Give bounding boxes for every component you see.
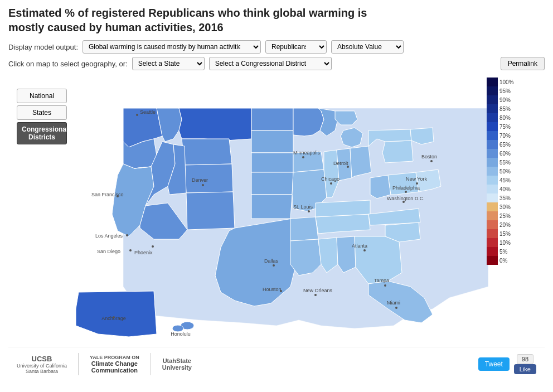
legend-color-box bbox=[487, 220, 498, 229]
legend-item: 50% bbox=[487, 167, 519, 176]
svg-text:Philadelphia: Philadelphia bbox=[392, 185, 420, 191]
legend-label: 80% bbox=[499, 115, 519, 121]
svg-text:Minneapolis: Minneapolis bbox=[293, 150, 321, 156]
geo-label: Click on map to select geography, or: bbox=[8, 60, 128, 68]
legend-label: 45% bbox=[499, 177, 519, 183]
legend-item: 30% bbox=[487, 202, 519, 211]
legend-item: 100% bbox=[487, 78, 519, 86]
legend-color-box bbox=[487, 185, 498, 193]
svg-text:Dallas: Dallas bbox=[264, 258, 279, 264]
legend-label: 85% bbox=[499, 106, 519, 112]
legend-color-box bbox=[487, 86, 498, 95]
party-select[interactable]: RepublicansDemocratsAll Adults bbox=[265, 40, 327, 54]
legend-label: 100% bbox=[499, 79, 519, 85]
congressional-button[interactable]: Congressional Districts bbox=[17, 122, 67, 144]
states-button[interactable]: States bbox=[17, 105, 67, 120]
svg-text:Denver: Denver bbox=[192, 177, 208, 183]
legend-label: 65% bbox=[499, 142, 519, 148]
legend-color-box bbox=[487, 113, 498, 122]
legend-item: 15% bbox=[487, 229, 519, 238]
legend-color-box bbox=[487, 202, 498, 211]
svg-text:Seattle: Seattle bbox=[140, 109, 156, 115]
svg-text:Washington D.C.: Washington D.C. bbox=[387, 196, 425, 201]
svg-point-25 bbox=[273, 264, 275, 267]
legend-color-box bbox=[487, 193, 498, 202]
svg-point-9 bbox=[126, 234, 128, 236]
legend-label: 10% bbox=[499, 240, 519, 246]
legend-color-box bbox=[487, 158, 498, 167]
national-button[interactable]: National bbox=[17, 89, 67, 103]
legend-label: 15% bbox=[499, 231, 519, 237]
legend-label: 20% bbox=[499, 222, 519, 228]
svg-text:Miami: Miami bbox=[387, 300, 400, 306]
svg-point-15 bbox=[202, 184, 204, 186]
model-select[interactable]: Global warming is caused mostly by human… bbox=[83, 40, 261, 54]
legend-item: 90% bbox=[487, 95, 519, 104]
like-button[interactable]: Like bbox=[514, 364, 536, 374]
svg-text:Chicago: Chicago bbox=[321, 176, 339, 182]
legend-color-box bbox=[487, 104, 498, 113]
svg-point-1 bbox=[113, 316, 115, 318]
legend-item: 20% bbox=[487, 220, 519, 229]
legend-label: 35% bbox=[499, 195, 519, 201]
legend-label: 5% bbox=[499, 249, 519, 255]
svg-text:New Orleans: New Orleans bbox=[303, 288, 333, 293]
svg-text:San Diego: San Diego bbox=[97, 249, 120, 254]
permalink-button[interactable]: Permalink bbox=[501, 57, 545, 70]
like-count: 98 bbox=[517, 354, 533, 364]
legend-item: 75% bbox=[487, 122, 519, 131]
legend-label: 75% bbox=[499, 124, 519, 130]
legend-item: 45% bbox=[487, 176, 519, 185]
value-select[interactable]: Absolute ValuePercentileDifference from … bbox=[331, 40, 404, 54]
legend-color-box bbox=[487, 256, 498, 265]
color-legend: 100%95%90%85%80%75%70%65%60%55%50%45%40%… bbox=[487, 78, 519, 265]
svg-text:Boston: Boston bbox=[421, 154, 437, 159]
legend-item: 10% bbox=[487, 238, 519, 247]
legend-color-box bbox=[487, 211, 498, 220]
svg-text:Atlanta: Atlanta bbox=[352, 243, 367, 249]
legend-label: 0% bbox=[499, 258, 519, 264]
sidebar: National States Congressional Districts bbox=[17, 89, 67, 144]
legend-label: 30% bbox=[499, 204, 519, 210]
svg-text:Detroit: Detroit bbox=[333, 161, 348, 166]
legend-color-box bbox=[487, 78, 498, 86]
svg-point-35 bbox=[395, 307, 397, 309]
legend-item: 5% bbox=[487, 247, 519, 256]
legend-color-box bbox=[487, 149, 498, 158]
state-select[interactable]: Select a State bbox=[132, 57, 205, 70]
legend-item: 55% bbox=[487, 158, 519, 167]
svg-text:Los Angeles: Los Angeles bbox=[95, 233, 123, 239]
svg-point-5 bbox=[136, 114, 138, 116]
legend-label: 55% bbox=[499, 159, 519, 166]
svg-point-13 bbox=[152, 245, 154, 248]
svg-point-11 bbox=[129, 249, 132, 251]
svg-text:Houston: Houston bbox=[263, 287, 282, 292]
legend-color-box bbox=[487, 167, 498, 176]
ucsb-logo: UCSB University of CaliforniaSanta Barba… bbox=[17, 355, 67, 374]
legend-color-box bbox=[487, 131, 498, 140]
svg-point-29 bbox=[314, 294, 317, 296]
svg-text:St. Louis: St. Louis bbox=[293, 204, 313, 210]
legend-item: 60% bbox=[487, 149, 519, 158]
legend-item: 40% bbox=[487, 185, 519, 193]
svg-point-39 bbox=[405, 191, 407, 193]
svg-text:Honolulu: Honolulu bbox=[171, 331, 191, 337]
svg-text:Phoenix: Phoenix bbox=[134, 250, 153, 255]
legend-color-box bbox=[487, 247, 498, 256]
legend-item: 65% bbox=[487, 140, 519, 149]
legend-label: 90% bbox=[499, 97, 519, 103]
tweet-button[interactable]: Tweet bbox=[478, 357, 510, 371]
legend-label: 95% bbox=[499, 88, 519, 94]
us-map[interactable]: Anchorage Honolulu Seattle San Francisco… bbox=[31, 75, 516, 342]
svg-point-19 bbox=[330, 182, 332, 185]
map-container: Anchorage Honolulu Seattle San Francisco… bbox=[31, 75, 522, 344]
legend-label: 50% bbox=[499, 168, 519, 175]
legend-label: 70% bbox=[499, 133, 519, 139]
district-select[interactable]: Select a Congressional District bbox=[209, 57, 332, 70]
legend-label: 25% bbox=[499, 213, 519, 219]
legend-item: 0% bbox=[487, 256, 519, 265]
page-title: Estimated % of registered Republicans wh… bbox=[8, 6, 399, 35]
svg-text:New York: New York bbox=[406, 176, 428, 182]
like-section: 98 Like bbox=[514, 354, 536, 374]
svg-text:Tampa: Tampa bbox=[374, 278, 389, 283]
